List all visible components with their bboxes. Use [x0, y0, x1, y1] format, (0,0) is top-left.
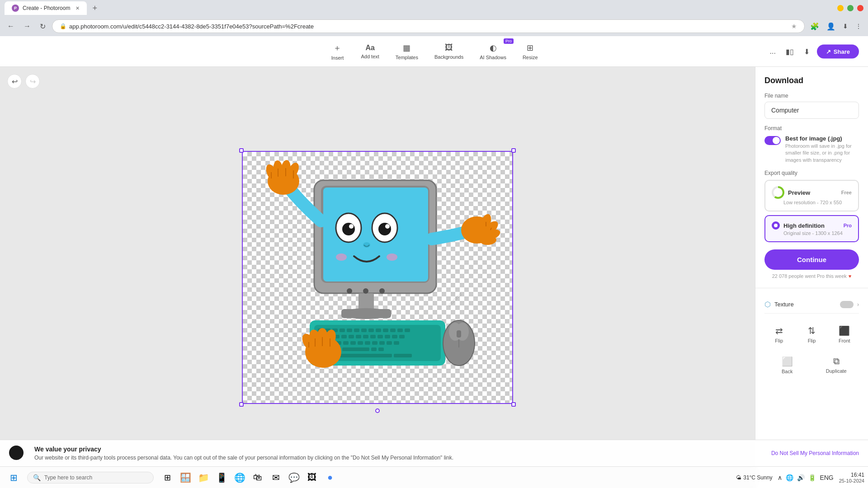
locale-indicator[interactable]: ENG	[820, 474, 833, 481]
quality-option-preview[interactable]: Preview Free Low resolution - 720 x 550	[764, 180, 859, 211]
selection-handle-rotate[interactable]	[375, 408, 380, 413]
texture-chevron-button[interactable]: ›	[857, 301, 859, 308]
window-controls: — □ ✕	[837, 5, 863, 11]
taskbar-app-phone[interactable]: 📱	[213, 469, 230, 486]
more-options-button[interactable]: ⋮	[854, 21, 863, 32]
export-quality-label: Export quality	[764, 170, 859, 176]
tray-icon-network[interactable]: 🌐	[786, 474, 793, 481]
svg-point-8	[385, 224, 390, 229]
clock-time: 16:41	[839, 472, 864, 478]
promo-text: 22 078 people went Pro this week ♥	[764, 273, 859, 279]
toolbar-add-text[interactable]: Aa Add text	[354, 40, 385, 63]
svg-rect-67	[387, 341, 392, 345]
toolbar-resize[interactable]: ⊞ Resize	[516, 39, 544, 64]
tools-grid-2: ⬜ Back ⧉ Duplicate	[764, 352, 859, 379]
taskbar-app-chrome[interactable]: ●	[322, 469, 338, 486]
download-browser-button[interactable]: ⬇	[841, 21, 850, 32]
continue-button[interactable]: Continue	[764, 249, 859, 270]
svg-rect-30	[341, 309, 391, 318]
back-button[interactable]: ⬜ Back	[764, 352, 810, 379]
close-button[interactable]: ✕	[857, 5, 863, 11]
refresh-button[interactable]: ↻	[37, 20, 48, 33]
quality-option-hd[interactable]: High definition Pro Original size - 1300…	[764, 215, 859, 242]
profile-button[interactable]: 👤	[825, 20, 837, 33]
undo-button[interactable]: ↩	[7, 74, 22, 89]
preview-quality-badge: Free	[841, 190, 852, 195]
taskbar-app-fileexplorer[interactable]: 📁	[195, 469, 212, 486]
panel-title: Download	[764, 76, 859, 85]
svg-rect-72	[378, 347, 384, 351]
preview-ring-inner	[774, 188, 783, 197]
svg-point-11	[387, 253, 397, 261]
svg-point-76	[347, 288, 352, 294]
canvas-image-container[interactable]: inurtime	[242, 151, 513, 404]
privacy-dot[interactable]	[9, 446, 24, 460]
tab-title: Create - Photoroom	[23, 5, 70, 11]
format-toggle[interactable]	[764, 136, 781, 145]
taskbar-weather[interactable]: 🌤 31°C Sunny	[736, 474, 772, 481]
selection-handle-top-right[interactable]	[511, 148, 516, 153]
taskbar-search-box[interactable]: 🔍 Type here to search	[27, 472, 154, 483]
pro-badge: Pro	[504, 38, 514, 44]
backgrounds-icon: 🖼	[445, 43, 453, 52]
maximize-button[interactable]: □	[847, 5, 854, 11]
taskbar-app-photoroom[interactable]: 🖼	[304, 469, 320, 486]
download-button[interactable]: ⬇	[801, 44, 812, 58]
file-name-input[interactable]	[764, 102, 859, 119]
tray-icon-chevron[interactable]: ∧	[778, 474, 782, 481]
svg-rect-51	[356, 335, 361, 338]
tab-close-button[interactable]: ✕	[75, 5, 80, 11]
svg-rect-56	[392, 335, 397, 338]
selection-handle-top-left[interactable]	[239, 148, 244, 153]
privacy-link[interactable]: Do Not Sell My Personal Information	[771, 450, 859, 456]
start-button[interactable]: ⊞	[4, 468, 24, 488]
toggle-knob	[773, 137, 780, 144]
address-bar[interactable]: 🔒 app.photoroom.com/u/edit/c5448cc2-3144…	[52, 19, 805, 33]
svg-rect-40	[368, 328, 374, 332]
toolbar-backgrounds[interactable]: 🖼 Backgrounds	[428, 39, 470, 63]
weather-icon: 🌤	[736, 474, 741, 481]
texture-toggle[interactable]	[840, 301, 854, 308]
toolbar-ai-shadows[interactable]: ◐ AI Shadows Pro	[473, 39, 513, 64]
svg-rect-63	[358, 341, 363, 345]
flip-v-icon: ⇅	[808, 325, 816, 336]
sidebar-toggle-button[interactable]: ▮▯	[783, 44, 797, 58]
svg-rect-54	[377, 335, 383, 338]
svg-rect-42	[383, 328, 388, 332]
svg-rect-57	[399, 335, 405, 338]
forward-button[interactable]: →	[21, 20, 33, 32]
taskbar-clock[interactable]: 16:41 25-10-2024	[839, 472, 864, 483]
new-tab-button[interactable]: +	[92, 4, 97, 13]
tray-icon-volume[interactable]: 🔊	[797, 474, 805, 481]
toolbar-insert[interactable]: ＋ Insert	[324, 39, 351, 64]
taskbar-app-mail[interactable]: ✉	[268, 469, 284, 486]
share-button[interactable]: ↗ Share	[817, 44, 859, 58]
taskbar-app-windows[interactable]: ⊞	[159, 469, 175, 486]
front-label: Front	[839, 338, 850, 343]
taskbar-app-store[interactable]: 🛍	[250, 469, 266, 486]
format-name: Best for image (.jpg)	[785, 135, 859, 142]
svg-point-6	[349, 224, 354, 229]
redo-button[interactable]: ↪	[25, 74, 40, 89]
flip-h-button[interactable]: ⇄ Flip	[764, 321, 793, 348]
selection-handle-bottom-right[interactable]	[511, 402, 516, 407]
selection-handle-bottom-left[interactable]	[239, 402, 244, 407]
front-button[interactable]: ⬛ Front	[830, 321, 859, 348]
taskbar-app-edge[interactable]: 🌐	[231, 469, 248, 486]
extensions-button[interactable]: 🧩	[808, 20, 821, 33]
taskbar-app-widgets[interactable]: 🪟	[177, 469, 193, 486]
tray-icon-battery[interactable]: 🔋	[808, 474, 816, 481]
minimize-button[interactable]: —	[837, 5, 844, 11]
back-button[interactable]: ←	[5, 20, 17, 32]
svg-rect-41	[376, 328, 381, 332]
taskbar-app-teams[interactable]: 💬	[286, 469, 302, 486]
more-button[interactable]: ...	[767, 45, 778, 58]
taskbar-tray: ∧ 🌐 🔊 🔋 ENG	[778, 474, 833, 481]
duplicate-button[interactable]: ⧉ Duplicate	[814, 352, 859, 379]
toolbar-templates[interactable]: ▦ Templates	[389, 39, 425, 64]
flip-v-button[interactable]: ⇅ Flip	[797, 321, 826, 348]
heart-icon: ♥	[849, 273, 852, 279]
preview-quality-name: Preview	[788, 189, 838, 196]
browser-tab[interactable]: P Create - Photoroom ✕	[5, 1, 87, 15]
svg-rect-55	[385, 335, 390, 338]
